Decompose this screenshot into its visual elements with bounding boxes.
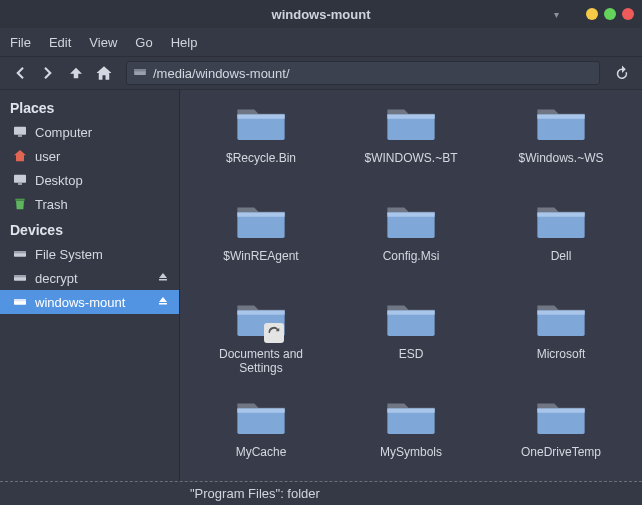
sidebar-item-label: Desktop — [35, 173, 83, 188]
folder-icon — [234, 102, 288, 147]
svg-rect-3 — [18, 135, 22, 136]
svg-rect-6 — [15, 199, 24, 201]
home-button[interactable] — [92, 61, 116, 85]
folder-item[interactable]: MySymbols — [338, 396, 484, 481]
statusbar: "Program Files": folder — [0, 481, 642, 505]
monitor-icon — [12, 124, 28, 140]
sidebar-place-item[interactable]: Computer — [0, 120, 179, 144]
folder-icon — [534, 396, 588, 441]
eject-icon[interactable] — [157, 295, 169, 310]
folder-icon — [534, 200, 588, 245]
folder-item[interactable]: $WINDOWS.~BT — [338, 102, 484, 194]
shortcut-badge-icon — [264, 323, 284, 343]
menu-edit[interactable]: Edit — [49, 35, 71, 50]
svg-rect-4 — [14, 175, 26, 183]
folder-item[interactable]: $WinREAgent — [188, 200, 334, 292]
disk-icon — [12, 294, 28, 310]
up-button[interactable] — [64, 61, 88, 85]
sidebar-item-label: windows-mount — [35, 295, 125, 310]
minimize-button[interactable] — [586, 8, 598, 20]
svg-rect-2 — [14, 127, 26, 135]
sidebar-item-label: decrypt — [35, 271, 78, 286]
folder-item[interactable]: OneDriveTemp — [488, 396, 634, 481]
sidebar-item-label: Computer — [35, 125, 92, 140]
sidebar-device-item[interactable]: windows-mount — [0, 290, 179, 314]
folder-label: OneDriveTemp — [521, 445, 601, 459]
toolbar: /media/windows-mount/ — [0, 56, 642, 90]
menu-file[interactable]: File — [10, 35, 31, 50]
titlebar: windows-mount ▾ — [0, 0, 642, 28]
folder-item[interactable]: MyCache — [188, 396, 334, 481]
sidebar-section-devices: Devices — [0, 216, 179, 242]
sidebar-device-item[interactable]: decrypt — [0, 266, 179, 290]
folder-item[interactable]: Documents and Settings — [188, 298, 334, 390]
svg-rect-8 — [14, 251, 26, 253]
folder-label: $WinREAgent — [223, 249, 298, 263]
sidebar-section-places: Places — [0, 94, 179, 120]
folder-label: Config.Msi — [383, 249, 440, 263]
home-icon — [12, 148, 28, 164]
content-area[interactable]: $Recycle.Bin $WINDOWS.~BT $Windows.~WS $… — [180, 90, 642, 481]
refresh-button[interactable] — [610, 61, 634, 85]
folder-icon — [534, 298, 588, 343]
path-disk-icon — [133, 65, 147, 82]
disk-icon — [12, 270, 28, 286]
disk-icon — [12, 246, 28, 262]
folder-icon — [234, 298, 288, 343]
monitor-icon — [12, 172, 28, 188]
svg-rect-1 — [134, 69, 146, 71]
folder-label: MySymbols — [380, 445, 442, 459]
titlebar-caret-icon: ▾ — [554, 9, 559, 20]
folder-icon — [534, 102, 588, 147]
folder-icon — [234, 396, 288, 441]
folder-label: $Recycle.Bin — [226, 151, 296, 165]
folder-label: $Windows.~WS — [518, 151, 603, 165]
folder-label: Microsoft — [537, 347, 586, 361]
folder-item[interactable]: $Windows.~WS — [488, 102, 634, 194]
sidebar-item-label: File System — [35, 247, 103, 262]
back-button[interactable] — [8, 61, 32, 85]
folder-icon — [234, 200, 288, 245]
forward-button[interactable] — [36, 61, 60, 85]
folder-label: MyCache — [236, 445, 287, 459]
sidebar-place-item[interactable]: user — [0, 144, 179, 168]
sidebar-item-label: user — [35, 149, 60, 164]
menu-view[interactable]: View — [89, 35, 117, 50]
path-entry[interactable]: /media/windows-mount/ — [126, 61, 600, 85]
folder-icon — [384, 298, 438, 343]
sidebar-place-item[interactable]: Trash — [0, 192, 179, 216]
svg-rect-11 — [159, 279, 167, 281]
folder-item[interactable]: Dell — [488, 200, 634, 292]
folder-icon — [384, 396, 438, 441]
folder-label: Dell — [551, 249, 572, 263]
folder-icon — [384, 200, 438, 245]
window-controls — [586, 8, 634, 20]
sidebar: Places ComputeruserDesktopTrash Devices … — [0, 90, 180, 481]
window-title: windows-mount — [272, 7, 371, 22]
eject-icon[interactable] — [157, 271, 169, 286]
trash-icon — [12, 196, 28, 212]
folder-icon — [384, 102, 438, 147]
folder-label: ESD — [399, 347, 424, 361]
folder-item[interactable]: Config.Msi — [338, 200, 484, 292]
sidebar-place-item[interactable]: Desktop — [0, 168, 179, 192]
close-button[interactable] — [622, 8, 634, 20]
folder-label: Documents and Settings — [201, 347, 321, 375]
svg-rect-13 — [14, 299, 26, 301]
sidebar-item-label: Trash — [35, 197, 68, 212]
menubar: File Edit View Go Help — [0, 28, 642, 56]
svg-rect-10 — [14, 275, 26, 277]
svg-rect-14 — [159, 303, 167, 305]
folder-item[interactable]: ESD — [338, 298, 484, 390]
path-text: /media/windows-mount/ — [153, 66, 290, 81]
maximize-button[interactable] — [604, 8, 616, 20]
folder-label: $WINDOWS.~BT — [364, 151, 457, 165]
menu-help[interactable]: Help — [171, 35, 198, 50]
folder-item[interactable]: $Recycle.Bin — [188, 102, 334, 194]
svg-rect-5 — [18, 183, 22, 184]
menu-go[interactable]: Go — [135, 35, 152, 50]
folder-item[interactable]: Microsoft — [488, 298, 634, 390]
sidebar-device-item[interactable]: File System — [0, 242, 179, 266]
status-text: "Program Files": folder — [190, 486, 320, 501]
